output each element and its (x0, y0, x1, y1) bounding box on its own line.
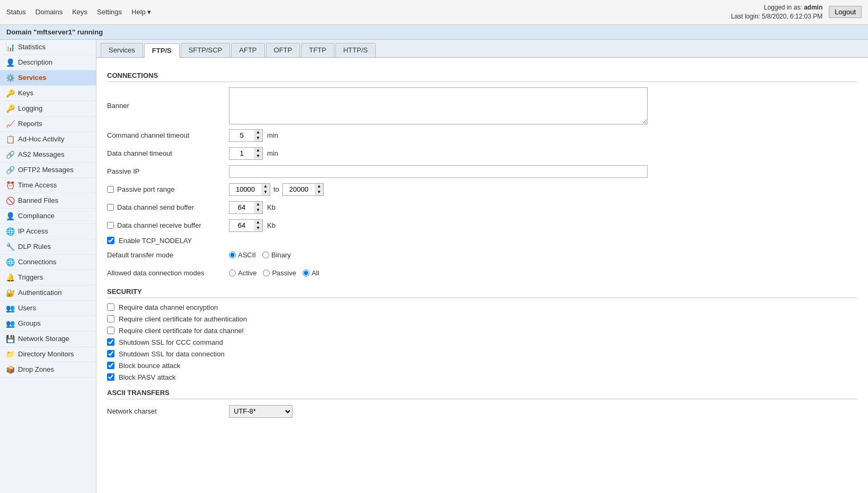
receive-buffer-checkbox[interactable] (107, 222, 114, 229)
data-timeout-label: Data channel timeout (107, 149, 229, 157)
port-to-input[interactable] (283, 184, 315, 195)
sidebar-item-bannedfiles[interactable]: 🚫 Banned Files (0, 193, 96, 209)
sidebar-item-adhoc[interactable]: 📋 Ad-Hoc Activity (0, 132, 96, 147)
spinner-up[interactable]: ▲ (254, 220, 262, 226)
nav-keys[interactable]: Keys (72, 8, 87, 16)
sidebar-item-logging[interactable]: 🔑 Logging (0, 101, 96, 116)
dropzones-icon: 📦 (5, 365, 15, 374)
spinner-down[interactable]: ▼ (261, 190, 270, 195)
block-pasv-checkbox[interactable] (107, 373, 114, 381)
sidebar-item-ipaccess[interactable]: 🌐 IP Access (0, 224, 96, 239)
req-cert-auth-label: Require client certificate for authentic… (119, 315, 247, 323)
sidebar-item-label: Groups (18, 319, 41, 327)
spinner-down[interactable]: ▼ (254, 154, 262, 159)
ipaccess-icon: 🌐 (5, 227, 15, 236)
sidebar-item-label: OFTP2 Messages (18, 166, 74, 174)
sidebar-item-users[interactable]: 👥 Users (0, 301, 96, 316)
compliance-icon: 👤 (5, 212, 15, 220)
passive-ip-input[interactable] (229, 165, 648, 178)
tab-sftp[interactable]: SFTP/SCP (181, 43, 231, 57)
receive-buffer-label: Data channel receive buffer (107, 221, 229, 229)
shutdown-ssl-data-checkbox[interactable] (107, 350, 114, 357)
sidebar-item-dlprules[interactable]: 🔧 DLP Rules (0, 239, 96, 255)
default-transfer-label: Default transfer mode (107, 251, 229, 259)
logout-button[interactable]: Logout (829, 6, 862, 18)
sidebar-item-label: Compliance (18, 212, 55, 220)
spinner-up[interactable]: ▲ (315, 184, 323, 190)
port-from-input[interactable] (229, 184, 261, 195)
sidebar-item-triggers[interactable]: 🔔 Triggers (0, 270, 96, 285)
banner-input[interactable] (229, 87, 648, 124)
send-buffer-input[interactable] (229, 202, 254, 213)
spinner-up[interactable]: ▲ (261, 184, 270, 190)
sidebar-item-label: Drop Zones (18, 365, 54, 373)
sidebar-item-label: Users (18, 304, 36, 312)
sidebar-item-statistics[interactable]: 📊 Statistics (0, 40, 96, 55)
sidebar-item-dropzones[interactable]: 📦 Drop Zones (0, 362, 96, 378)
mode-passive-radio[interactable] (263, 270, 270, 276)
sidebar-item-networkstorage[interactable]: 💾 Network Storage (0, 331, 96, 347)
mode-all-option[interactable]: All (303, 269, 319, 277)
mode-active-option[interactable]: Active (229, 269, 256, 277)
sidebar-item-as2[interactable]: 🔗 AS2 Messages (0, 147, 96, 163)
req-enc-checkbox[interactable] (107, 303, 114, 311)
spinner-down[interactable]: ▼ (254, 208, 262, 213)
transfer-ascii-option[interactable]: ASCII (229, 251, 256, 259)
nav-domains[interactable]: Domains (36, 8, 63, 16)
tab-https[interactable]: HTTP/S (335, 43, 376, 57)
spinner-up[interactable]: ▲ (254, 202, 262, 208)
nav-status[interactable]: Status (6, 8, 26, 16)
network-charset-select[interactable]: UTF-8* UTF-8 ISO-8859-1 US-ASCII (229, 405, 293, 418)
sidebar-item-label: Banned Files (18, 196, 58, 204)
data-conn-modes-label: Allowed data connection modes (107, 269, 229, 277)
sidebar-item-keys[interactable]: 🔑 Keys (0, 86, 96, 101)
sidebar-item-label: Description (18, 58, 52, 66)
connections-header: CONNECTIONS (107, 71, 857, 82)
mode-passive-option[interactable]: Passive (263, 269, 296, 277)
sidebar-item-label: Reports (18, 120, 42, 128)
spinner-up[interactable]: ▲ (254, 130, 262, 136)
receive-buffer-input[interactable] (229, 220, 254, 231)
sidebar-item-timeaccess[interactable]: ⏰ Time Access (0, 178, 96, 193)
req-cert-auth-checkbox[interactable] (107, 315, 114, 322)
spinner-down[interactable]: ▼ (254, 226, 262, 231)
spinner-down[interactable]: ▼ (254, 136, 262, 141)
transfer-ascii-radio[interactable] (229, 252, 236, 258)
tab-tftp[interactable]: TFTP (301, 43, 334, 57)
sidebar-item-oftp2[interactable]: 🔗 OFTP2 Messages (0, 163, 96, 178)
req-cert-data-checkbox[interactable] (107, 327, 114, 334)
shutdown-ssl-ccc-checkbox[interactable] (107, 338, 114, 346)
sidebar-item-description[interactable]: 👤 Description (0, 55, 96, 70)
sidebar-item-authentication[interactable]: 🔐 Authentication (0, 285, 96, 301)
spinner-down[interactable]: ▼ (315, 190, 323, 195)
spinner-up[interactable]: ▲ (254, 148, 262, 154)
sidebar-item-connections[interactable]: 🌐 Connections (0, 255, 96, 270)
transfer-binary-option[interactable]: Binary (262, 251, 291, 259)
tab-aftp[interactable]: AFTP (231, 43, 264, 57)
sidebar-item-services[interactable]: ⚙️ Services (0, 70, 96, 86)
sidebar-item-label: DLP Rules (18, 243, 51, 250)
tab-services[interactable]: Services (101, 43, 143, 57)
block-bounce-checkbox[interactable] (107, 362, 114, 369)
mode-all-radio[interactable] (303, 270, 309, 276)
mode-active-radio[interactable] (229, 270, 236, 276)
sidebar-item-label: Time Access (18, 181, 57, 189)
nav-settings[interactable]: Settings (97, 8, 122, 16)
transfer-binary-radio[interactable] (262, 252, 269, 258)
sidebar-item-reports[interactable]: 📈 Reports (0, 116, 96, 132)
command-timeout-input[interactable] (229, 130, 254, 141)
passive-port-range-checkbox[interactable] (107, 186, 114, 193)
data-conn-modes-row: Allowed data connection modes Active Pas… (107, 266, 857, 280)
send-buffer-checkbox[interactable] (107, 204, 114, 211)
network-charset-row: Network charset UTF-8* UTF-8 ISO-8859-1 … (107, 405, 857, 418)
tcp-nodelay-checkbox[interactable] (107, 237, 114, 244)
receive-buffer-spinner: ▲ ▼ (229, 219, 263, 232)
sidebar-item-compliance[interactable]: 👤 Compliance (0, 209, 96, 224)
sidebar-item-groups[interactable]: 👥 Groups (0, 316, 96, 331)
nav-help[interactable]: Help ▾ (131, 8, 151, 16)
data-timeout-input[interactable] (229, 148, 254, 159)
tab-ftps[interactable]: FTP/S (144, 43, 180, 58)
network-charset-label: Network charset (107, 407, 229, 415)
sidebar-item-dirmonitors[interactable]: 📁 Directory Monitors (0, 347, 96, 362)
tab-oftp[interactable]: OFTP (266, 43, 300, 57)
